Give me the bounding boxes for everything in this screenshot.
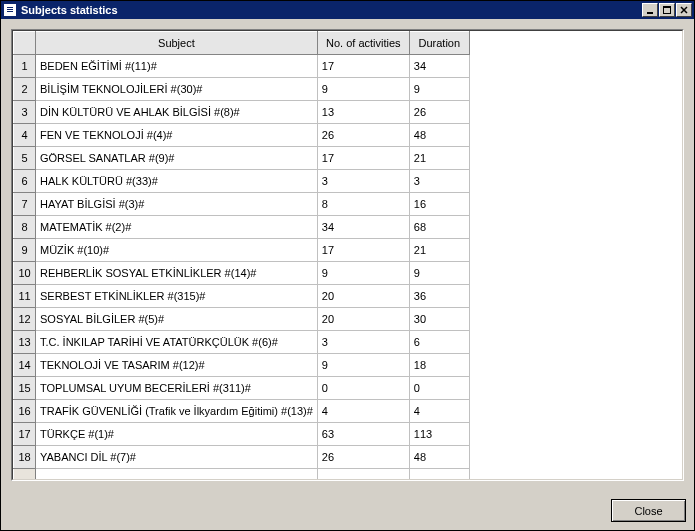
row-header[interactable]: 3 bbox=[14, 101, 36, 124]
table-row[interactable]: 17TÜRKÇE #(1)#63113 bbox=[14, 423, 470, 446]
table-row[interactable]: 12SOSYAL BİLGİLER #(5)#2030 bbox=[14, 308, 470, 331]
cell-subject[interactable]: MÜZİK #(10)# bbox=[36, 239, 318, 262]
cell-duration[interactable]: 21 bbox=[409, 239, 469, 262]
table-row[interactable]: 15TOPLUMSAL UYUM BECERİLERİ #(311)#00 bbox=[14, 377, 470, 400]
table-row[interactable]: 13T.C. İNKILAP TARİHİ VE ATATÜRKÇÜLÜK #(… bbox=[14, 331, 470, 354]
cell-duration[interactable]: 30 bbox=[409, 308, 469, 331]
cell-activities[interactable]: 26 bbox=[317, 124, 409, 147]
row-header[interactable]: 4 bbox=[14, 124, 36, 147]
cell-duration[interactable]: 48 bbox=[409, 446, 469, 469]
table-row[interactable]: 8MATEMATİK #(2)#3468 bbox=[14, 216, 470, 239]
cell-duration[interactable]: 16 bbox=[409, 193, 469, 216]
row-header[interactable]: 6 bbox=[14, 170, 36, 193]
cell-activities[interactable]: 9 bbox=[317, 354, 409, 377]
cell-duration[interactable]: 36 bbox=[409, 285, 469, 308]
row-header[interactable]: 9 bbox=[14, 239, 36, 262]
cell-duration[interactable]: 3 bbox=[409, 170, 469, 193]
col-header-subject[interactable]: Subject bbox=[36, 32, 318, 55]
cell-subject[interactable]: BİLİŞİM TEKNOLOJİLERİ #(30)# bbox=[36, 78, 318, 101]
cell-activities[interactable]: 63 bbox=[317, 423, 409, 446]
cell-activities[interactable]: 8 bbox=[317, 193, 409, 216]
table-scroll[interactable]: Subject No. of activities Duration 1BEDE… bbox=[12, 30, 683, 480]
table-row[interactable]: 9MÜZİK #(10)#1721 bbox=[14, 239, 470, 262]
row-header[interactable]: 18 bbox=[14, 446, 36, 469]
svg-rect-6 bbox=[663, 6, 671, 8]
cell-duration[interactable]: 34 bbox=[409, 55, 469, 78]
cell-subject[interactable]: BEDEN EĞİTİMİ #(11)# bbox=[36, 55, 318, 78]
cell-duration[interactable]: 68 bbox=[409, 216, 469, 239]
table-row[interactable]: 11SERBEST ETKİNLİKLER #(315)#2036 bbox=[14, 285, 470, 308]
row-header[interactable]: 1 bbox=[14, 55, 36, 78]
cell-subject[interactable]: REHBERLİK SOSYAL ETKİNLİKLER #(14)# bbox=[36, 262, 318, 285]
cell-subject[interactable]: TOPLUMSAL UYUM BECERİLERİ #(311)# bbox=[36, 377, 318, 400]
cell-subject[interactable]: TÜRKÇE #(1)# bbox=[36, 423, 318, 446]
cell-activities[interactable]: 17 bbox=[317, 147, 409, 170]
cell-subject[interactable]: GÖRSEL SANATLAR #(9)# bbox=[36, 147, 318, 170]
table-row[interactable]: 7HAYAT BİLGİSİ #(3)#816 bbox=[14, 193, 470, 216]
row-header[interactable]: 8 bbox=[14, 216, 36, 239]
row-header[interactable]: 14 bbox=[14, 354, 36, 377]
row-header[interactable]: 11 bbox=[14, 285, 36, 308]
cell-subject[interactable]: MATEMATİK #(2)# bbox=[36, 216, 318, 239]
cell-subject[interactable]: SERBEST ETKİNLİKLER #(315)# bbox=[36, 285, 318, 308]
cell-subject[interactable]: TRAFİK GÜVENLİĞİ (Trafik ve İlkyardım Eğ… bbox=[36, 400, 318, 423]
cell-subject[interactable]: HAYAT BİLGİSİ #(3)# bbox=[36, 193, 318, 216]
cell-duration[interactable]: 4 bbox=[409, 400, 469, 423]
cell-duration[interactable]: 6 bbox=[409, 331, 469, 354]
table-corner[interactable] bbox=[14, 32, 36, 55]
close-button[interactable] bbox=[676, 3, 692, 17]
table-row[interactable]: 5GÖRSEL SANATLAR #(9)#1721 bbox=[14, 147, 470, 170]
table-row[interactable]: 6HALK KÜLTÜRÜ #(33)#33 bbox=[14, 170, 470, 193]
table-row[interactable]: 14TEKNOLOJİ VE TASARIM #(12)#918 bbox=[14, 354, 470, 377]
cell-subject[interactable]: DİN KÜLTÜRÜ VE AHLAK BİLGİSİ #(8)# bbox=[36, 101, 318, 124]
minimize-button[interactable] bbox=[642, 3, 658, 17]
cell-activities[interactable]: 34 bbox=[317, 216, 409, 239]
cell-duration[interactable]: 9 bbox=[409, 78, 469, 101]
col-header-activities[interactable]: No. of activities bbox=[317, 32, 409, 55]
row-header[interactable]: 7 bbox=[14, 193, 36, 216]
cell-activities[interactable]: 3 bbox=[317, 331, 409, 354]
table-row[interactable]: 2BİLİŞİM TEKNOLOJİLERİ #(30)#99 bbox=[14, 78, 470, 101]
cell-activities[interactable]: 20 bbox=[317, 308, 409, 331]
row-header[interactable]: 15 bbox=[14, 377, 36, 400]
cell-duration[interactable]: 21 bbox=[409, 147, 469, 170]
cell-activities[interactable]: 0 bbox=[317, 377, 409, 400]
row-header[interactable]: 5 bbox=[14, 147, 36, 170]
cell-duration[interactable]: 9 bbox=[409, 262, 469, 285]
cell-activities[interactable]: 17 bbox=[317, 55, 409, 78]
cell-subject[interactable]: YABANCI DİL #(7)# bbox=[36, 446, 318, 469]
table-row[interactable]: 1BEDEN EĞİTİMİ #(11)#1734 bbox=[14, 55, 470, 78]
cell-subject[interactable]: T.C. İNKILAP TARİHİ VE ATATÜRKÇÜLÜK #(6)… bbox=[36, 331, 318, 354]
row-header[interactable]: 2 bbox=[14, 78, 36, 101]
cell-subject[interactable]: SOSYAL BİLGİLER #(5)# bbox=[36, 308, 318, 331]
cell-activities[interactable]: 9 bbox=[317, 262, 409, 285]
row-header[interactable]: 13 bbox=[14, 331, 36, 354]
cell-duration[interactable]: 18 bbox=[409, 354, 469, 377]
row-header[interactable]: 17 bbox=[14, 423, 36, 446]
table-row[interactable]: 18YABANCI DİL #(7)#2648 bbox=[14, 446, 470, 469]
cell-subject[interactable]: TEKNOLOJİ VE TASARIM #(12)# bbox=[36, 354, 318, 377]
cell-duration[interactable]: 0 bbox=[409, 377, 469, 400]
cell-duration[interactable]: 26 bbox=[409, 101, 469, 124]
cell-subject[interactable]: FEN VE TEKNOLOJİ #(4)# bbox=[36, 124, 318, 147]
table-row[interactable]: 10REHBERLİK SOSYAL ETKİNLİKLER #(14)#99 bbox=[14, 262, 470, 285]
row-header[interactable]: 10 bbox=[14, 262, 36, 285]
cell-duration[interactable]: 113 bbox=[409, 423, 469, 446]
col-header-duration[interactable]: Duration bbox=[409, 32, 469, 55]
cell-duration[interactable]: 48 bbox=[409, 124, 469, 147]
row-header[interactable]: 12 bbox=[14, 308, 36, 331]
cell-subject[interactable]: HALK KÜLTÜRÜ #(33)# bbox=[36, 170, 318, 193]
cell-activities[interactable]: 20 bbox=[317, 285, 409, 308]
table-row[interactable]: 3DİN KÜLTÜRÜ VE AHLAK BİLGİSİ #(8)#1326 bbox=[14, 101, 470, 124]
cell-activities[interactable]: 9 bbox=[317, 78, 409, 101]
cell-activities[interactable]: 13 bbox=[317, 101, 409, 124]
close-dialog-button[interactable]: Close bbox=[611, 499, 686, 522]
cell-activities[interactable]: 4 bbox=[317, 400, 409, 423]
row-header[interactable]: 16 bbox=[14, 400, 36, 423]
cell-activities[interactable]: 17 bbox=[317, 239, 409, 262]
table-row[interactable]: 4FEN VE TEKNOLOJİ #(4)#2648 bbox=[14, 124, 470, 147]
table-row[interactable]: 16TRAFİK GÜVENLİĞİ (Trafik ve İlkyardım … bbox=[14, 400, 470, 423]
cell-activities[interactable]: 26 bbox=[317, 446, 409, 469]
cell-activities[interactable]: 3 bbox=[317, 170, 409, 193]
maximize-button[interactable] bbox=[659, 3, 675, 17]
